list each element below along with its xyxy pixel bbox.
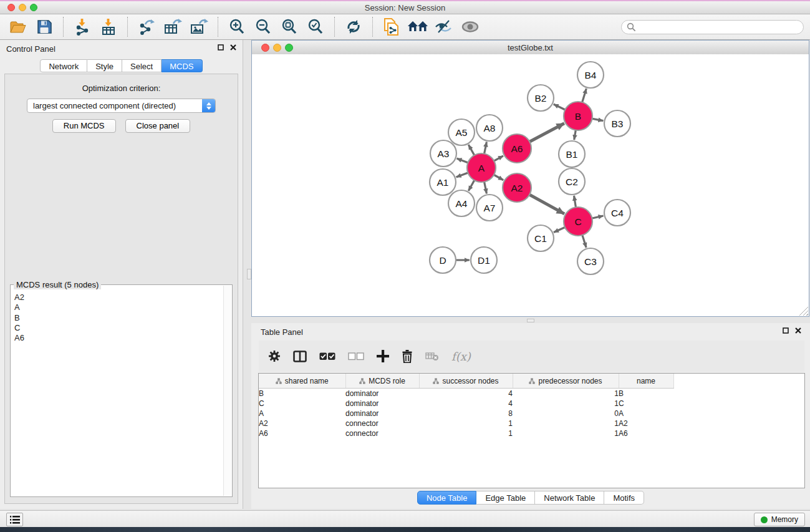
network-window-titlebar[interactable]: testGlobe.txt — [252, 41, 809, 55]
tab-network-table[interactable]: Network Table — [535, 491, 604, 505]
cell[interactable]: A2 — [619, 418, 673, 428]
refresh-icon[interactable] — [343, 16, 364, 37]
cell[interactable]: dominator — [345, 409, 419, 418]
cell[interactable]: connector — [345, 418, 419, 428]
cell[interactable]: 1 — [513, 418, 619, 428]
cell[interactable]: dominator — [345, 389, 419, 399]
mcds-result-item[interactable]: A — [14, 302, 223, 312]
mcds-tab-content: Optimization criterion: largest connecte… — [4, 74, 238, 504]
tab-style[interactable]: Style — [87, 59, 122, 72]
result-list-scrollbar[interactable] — [223, 286, 231, 496]
hide-panel-eye-icon[interactable] — [433, 16, 455, 37]
network-canvas[interactable]: B4B2BB3A5A8A6A3B1AA1C2A2A4A7C4CC1DD1C3 — [252, 54, 809, 316]
memory-button[interactable]: Memory — [754, 513, 805, 526]
open-session-icon[interactable] — [7, 16, 29, 37]
home-view-icon[interactable] — [407, 16, 428, 37]
cell[interactable]: B — [619, 389, 673, 399]
task-history-button[interactable] — [6, 513, 23, 526]
import-network-icon[interactable] — [72, 16, 93, 37]
close-panel-button[interactable]: Close panel — [125, 119, 191, 133]
column-header-predecessor-nodes[interactable]: predecessor nodes — [513, 374, 619, 389]
cell[interactable]: A2 — [259, 418, 345, 428]
split-divider-handle[interactable] — [247, 269, 251, 279]
delete-row-trash-icon[interactable] — [402, 350, 413, 363]
network-graph[interactable]: B4B2BB3A5A8A6A3B1AA1C2A2A4A7C4CC1DD1C3 — [252, 54, 809, 316]
graph-node-label: B — [575, 111, 581, 122]
cell[interactable]: A — [619, 409, 673, 418]
table-row[interactable]: Bdominator41B — [259, 389, 804, 399]
tab-edge-table[interactable]: Edge Table — [476, 491, 535, 505]
zoom-out-icon[interactable] — [253, 16, 274, 37]
table-row[interactable]: Cdominator41C — [259, 399, 804, 409]
cell[interactable]: 4 — [419, 399, 513, 409]
cell[interactable]: 1 — [513, 428, 619, 438]
column-header-shared-name[interactable]: shared name — [259, 374, 345, 389]
cell[interactable]: C — [619, 399, 673, 409]
column-header-name[interactable]: name — [619, 374, 673, 389]
run-mcds-button[interactable]: Run MCDS — [52, 119, 116, 133]
cell[interactable]: 1 — [419, 418, 513, 428]
search-input[interactable] — [621, 20, 804, 34]
tab-mcds[interactable]: MCDS — [162, 59, 202, 72]
cell[interactable]: 1 — [419, 428, 513, 438]
cell[interactable]: connector — [345, 428, 419, 438]
float-panel-icon[interactable] — [783, 327, 789, 334]
graph-node-label: A3 — [438, 148, 450, 159]
show-panel-eye-icon[interactable] — [460, 16, 481, 37]
cell[interactable]: dominator — [345, 399, 419, 409]
mcds-result-item[interactable]: B — [14, 313, 223, 323]
cell[interactable]: 8 — [419, 409, 513, 418]
zoom-fit-icon[interactable] — [279, 16, 300, 37]
node-table[interactable]: shared nameMCDS rolesuccessor nodesprede… — [258, 373, 805, 488]
show-column-panel-icon[interactable] — [293, 351, 307, 362]
select-stepper-icon[interactable] — [202, 99, 215, 112]
column-header-MCDS-role[interactable]: MCDS role — [345, 374, 419, 389]
table-row[interactable]: Adominator80A — [259, 409, 804, 418]
clone-network-icon[interactable] — [381, 16, 402, 37]
mcds-result-list[interactable]: A2ABCA6 — [11, 290, 223, 495]
delete-table-icon[interactable] — [425, 352, 439, 361]
split-divider-handle[interactable] — [527, 319, 534, 322]
add-row-icon[interactable] — [377, 350, 389, 362]
mcds-result-item[interactable]: C — [14, 323, 223, 333]
tab-node-table[interactable]: Node Table — [417, 491, 477, 505]
mcds-result-item[interactable]: A6 — [14, 333, 223, 343]
tab-select[interactable]: Select — [122, 59, 162, 72]
save-session-icon[interactable] — [34, 16, 55, 37]
close-panel-icon[interactable] — [230, 44, 236, 51]
tab-network[interactable]: Network — [40, 59, 87, 72]
control-panel-tabs: NetworkStyleSelectMCDS — [0, 59, 243, 72]
criterion-select[interactable]: largest connected component (directed) — [27, 99, 216, 113]
cell[interactable]: 1 — [513, 389, 619, 399]
export-image-icon[interactable] — [188, 16, 210, 37]
cell[interactable]: A — [259, 409, 345, 418]
apply-function-icon[interactable]: f(x) — [451, 350, 471, 363]
cell[interactable]: 4 — [419, 389, 513, 399]
table-row[interactable]: A2connector11A2 — [259, 418, 804, 428]
cell[interactable]: A6 — [259, 428, 345, 438]
mcds-result-item[interactable]: A2 — [14, 293, 223, 302]
column-settings-gear-icon[interactable] — [268, 350, 281, 362]
tab-motifs[interactable]: Motifs — [604, 491, 644, 505]
export-network-icon[interactable] — [136, 16, 157, 37]
column-header-successor-nodes[interactable]: successor nodes — [419, 374, 513, 389]
cell[interactable]: B — [259, 389, 345, 399]
cell[interactable]: C — [259, 399, 345, 409]
select-all-icon[interactable] — [319, 352, 335, 360]
export-table-icon[interactable] — [162, 16, 183, 37]
import-table-icon[interactable] — [98, 16, 119, 37]
deselect-all-icon[interactable] — [348, 352, 364, 360]
list-icon — [10, 516, 20, 524]
toolbar-separator — [63, 17, 64, 37]
float-panel-icon[interactable] — [218, 44, 224, 51]
zoom-in-icon[interactable] — [226, 16, 248, 37]
cell-filler — [673, 428, 804, 438]
cell[interactable]: A6 — [619, 428, 673, 438]
cell[interactable]: 0 — [513, 409, 619, 418]
table-row[interactable]: A6connector11A6 — [259, 428, 804, 438]
zoom-selected-icon[interactable] — [305, 16, 326, 37]
graph-node-label: D — [439, 255, 446, 266]
close-panel-icon[interactable] — [795, 327, 801, 334]
cell[interactable]: 1 — [513, 399, 619, 409]
graph-node-label: A8 — [484, 123, 496, 133]
